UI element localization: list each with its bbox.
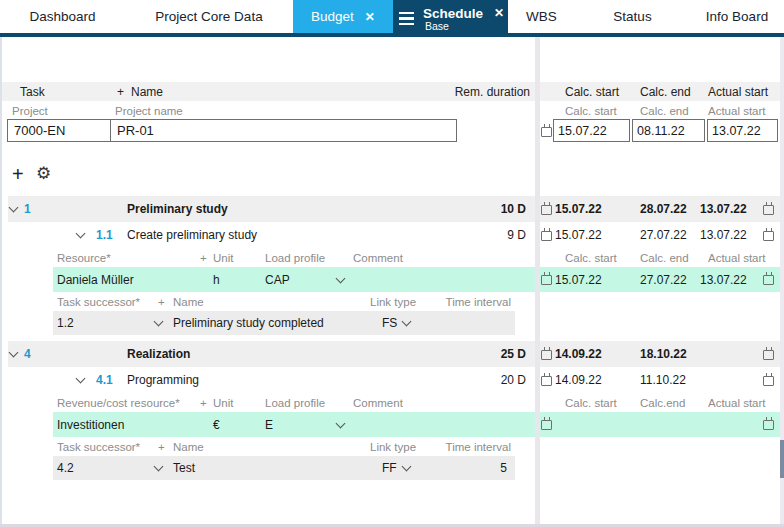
gear-icon[interactable]: ⚙ xyxy=(36,162,51,186)
calendar-icon[interactable] xyxy=(541,341,552,367)
calc-end-value[interactable]: 27.07.22 xyxy=(640,267,687,292)
successor-link-type[interactable]: FS xyxy=(382,311,397,335)
calc-end-value[interactable]: 28.07.22 xyxy=(640,196,687,222)
task-name[interactable]: Preliminary study xyxy=(127,196,228,222)
calc-start-value[interactable]: 15.07.22 xyxy=(555,196,602,222)
successor-row[interactable]: 1.2 Preliminary study completed FS xyxy=(53,311,515,335)
add-icon[interactable]: + xyxy=(158,293,165,311)
project-actual-start-input[interactable]: 13.07.22 xyxy=(707,119,778,142)
task-summary-row[interactable]: 1 Preliminary study 10 D xyxy=(8,196,535,222)
calendar-icon[interactable] xyxy=(541,123,552,139)
label-actual-start: Actual start xyxy=(708,102,766,119)
close-icon[interactable]: ✕ xyxy=(494,6,504,20)
actual-start-value[interactable]: 13.07.22 xyxy=(700,196,747,222)
add-icon[interactable]: + xyxy=(158,438,165,456)
scrollbar-thumb[interactable] xyxy=(780,440,784,478)
project-calc-start-input[interactable]: 15.07.22 xyxy=(553,119,630,142)
chevron-down-icon[interactable] xyxy=(77,367,84,393)
calendar-icon[interactable] xyxy=(541,222,552,248)
task-duration[interactable]: 10 D xyxy=(501,196,526,222)
resource-load-profile[interactable]: CAP xyxy=(265,267,290,292)
task-name[interactable]: Programming xyxy=(127,367,199,393)
calc-end-value[interactable]: 27.07.22 xyxy=(640,222,687,248)
pane-divider[interactable] xyxy=(535,37,540,527)
successor-name[interactable]: Test xyxy=(173,456,195,480)
project-calc-end-input[interactable]: 08.11.22 xyxy=(632,119,705,142)
resource-name[interactable]: Daniela Müller xyxy=(57,267,134,292)
vertical-scrollbar[interactable] xyxy=(780,37,784,527)
add-icon[interactable]: + xyxy=(200,394,207,412)
chevron-down-icon[interactable] xyxy=(155,311,162,335)
successor-id[interactable]: 1.2 xyxy=(57,311,74,335)
project-id-input[interactable]: 7000-EN xyxy=(8,120,111,141)
resource-load-profile[interactable]: E xyxy=(265,412,273,437)
calendar-icon[interactable] xyxy=(763,412,774,437)
task-summary-row[interactable]: 4 Realization 25 D xyxy=(8,341,535,367)
task-duration[interactable]: 25 D xyxy=(501,341,526,367)
calendar-icon[interactable] xyxy=(763,367,774,393)
col-calc-end: Calc. end xyxy=(640,82,691,101)
project-name-input[interactable]: PR-01 xyxy=(111,120,456,141)
calc-start-value[interactable]: 15.07.22 xyxy=(555,222,602,248)
tab-schedule[interactable]: Schedule ✕ Base xyxy=(393,0,508,37)
tab-budget[interactable]: Budget ✕ xyxy=(293,0,393,33)
calendar-icon[interactable] xyxy=(763,341,774,367)
tab-info-board[interactable]: Info Board xyxy=(690,0,784,33)
project-input-group: 7000-EN PR-01 xyxy=(7,119,457,142)
chevron-down-icon[interactable] xyxy=(337,267,344,292)
successor-name[interactable]: Preliminary study completed xyxy=(173,311,324,335)
menu-icon[interactable] xyxy=(399,12,414,26)
calc-end-value[interactable]: 11.10.22 xyxy=(640,367,686,393)
resource-name[interactable]: Investitionen xyxy=(57,412,124,437)
calc-end-value[interactable]: 18.10.22 xyxy=(640,341,687,367)
calendar-icon[interactable] xyxy=(763,196,774,222)
calendar-icon[interactable] xyxy=(541,267,552,292)
chevron-down-icon[interactable] xyxy=(155,456,162,480)
project-labels: Project Project name xyxy=(2,102,535,119)
chevron-down-icon[interactable] xyxy=(10,196,17,222)
label-task-successor: Task successor* xyxy=(57,438,140,456)
calendar-icon[interactable] xyxy=(541,367,552,393)
calendar-icon[interactable] xyxy=(763,222,774,248)
calc-start-value[interactable]: 14.09.22 xyxy=(555,367,602,393)
successor-id[interactable]: 4.2 xyxy=(57,456,74,480)
calc-start-value[interactable]: 15.07.22 xyxy=(555,267,602,292)
task-row[interactable]: 1.1 Create preliminary study 9 D xyxy=(2,222,535,248)
resource-row[interactable]: Daniela Müller h CAP xyxy=(53,267,535,292)
close-icon[interactable]: ✕ xyxy=(365,10,375,24)
resource-row[interactable]: Investitionen € E xyxy=(53,412,535,437)
resource-unit[interactable]: h xyxy=(213,267,220,292)
chevron-down-icon[interactable] xyxy=(403,456,410,480)
task-name[interactable]: Create preliminary study xyxy=(127,222,257,248)
tab-project-core-data[interactable]: Project Core Data xyxy=(125,0,293,33)
actual-start-value[interactable]: 13.07.22 xyxy=(700,267,747,292)
actual-start-value[interactable]: 13.07.22 xyxy=(700,222,747,248)
chevron-down-icon[interactable] xyxy=(10,341,17,367)
chevron-down-icon[interactable] xyxy=(337,412,344,437)
task-row[interactable]: 4.1 Programming 20 D xyxy=(2,367,535,393)
resource-unit[interactable]: € xyxy=(213,412,220,437)
label-link-type: Link type xyxy=(370,293,416,311)
successor-row[interactable]: 4.2 Test FF 5 xyxy=(53,456,515,480)
tab-dashboard[interactable]: Dashboard xyxy=(0,0,125,33)
chevron-down-icon[interactable] xyxy=(77,222,84,248)
successor-link-type[interactable]: FF xyxy=(382,456,397,480)
col-name: Name xyxy=(131,82,163,101)
calendar-icon[interactable] xyxy=(541,196,552,222)
task-duration[interactable]: 20 D xyxy=(501,367,526,393)
task-name[interactable]: Realization xyxy=(127,341,190,367)
calendar-icon[interactable] xyxy=(763,267,774,292)
chevron-down-icon[interactable] xyxy=(403,311,410,335)
label-project-name: Project name xyxy=(115,102,183,119)
add-task-icon[interactable]: + xyxy=(12,162,24,186)
successor-time-interval[interactable]: 5 xyxy=(500,456,507,480)
add-icon[interactable]: + xyxy=(200,249,207,267)
resource-date-labels: Calc. start Calc. end Actual start xyxy=(540,249,780,267)
tab-wbs[interactable]: WBS xyxy=(508,0,575,33)
task-duration[interactable]: 9 D xyxy=(507,222,526,248)
calc-start-value[interactable]: 14.09.22 xyxy=(555,341,602,367)
grid-header-left: Task + Name Rem. duration xyxy=(2,82,535,101)
add-column-icon[interactable]: + xyxy=(117,82,124,101)
tab-status[interactable]: Status xyxy=(575,0,690,33)
calendar-icon[interactable] xyxy=(541,412,552,437)
